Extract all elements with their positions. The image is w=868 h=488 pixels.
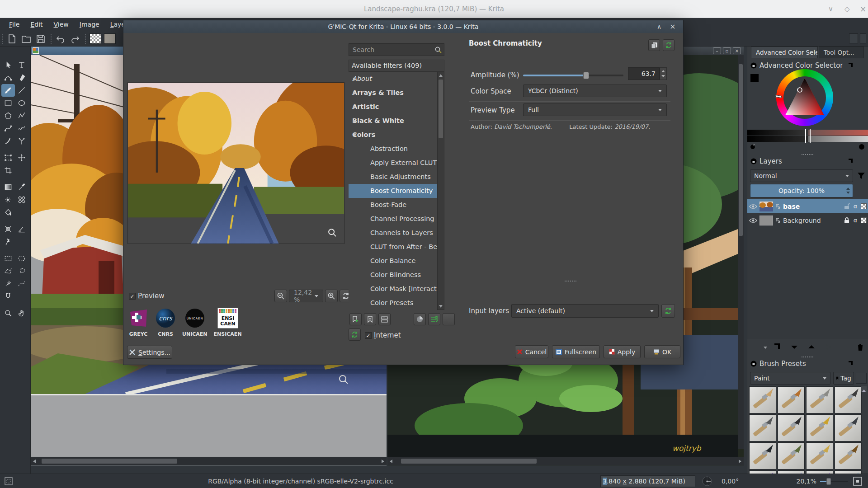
scroll-left-icon[interactable] (390, 460, 392, 463)
unlock-icon[interactable] (844, 203, 850, 210)
gmic-close-icon[interactable]: × (668, 20, 678, 33)
tool-move[interactable] (15, 151, 28, 164)
fit-view-icon[interactable] (853, 476, 863, 486)
expand-list-button[interactable] (428, 313, 440, 325)
shade-bar-left-top[interactable] (747, 130, 808, 136)
refresh-layers-button[interactable] (661, 304, 675, 318)
scrollbar-thumb[interactable] (439, 80, 443, 138)
filter-item-artistic[interactable]: ▶Artistic (349, 100, 437, 114)
tool-colorize-mask[interactable] (1, 193, 15, 206)
tool-select[interactable] (1, 59, 15, 71)
selector-settings-icon[interactable] (750, 74, 759, 83)
brush-category-dropdown[interactable]: Paint (750, 372, 830, 385)
scroll-right-icon[interactable] (382, 460, 384, 463)
move-layer-down-icon[interactable] (789, 342, 800, 352)
brush-preset[interactable] (778, 442, 805, 469)
refresh-shades-icon[interactable] (749, 143, 756, 150)
pane-splitter-handle[interactable] (565, 281, 576, 282)
filter-item-apply-external-clut[interactable]: Apply External CLUT (349, 156, 437, 170)
tool-ellipse[interactable] (15, 97, 28, 109)
scrollbar-thumb[interactable] (42, 459, 177, 464)
layer-options-icon[interactable] (856, 186, 867, 197)
close-docker-icon[interactable] (858, 62, 864, 69)
shade-bar-left-bottom[interactable] (747, 136, 808, 142)
brush-preset[interactable] (749, 386, 776, 413)
inputlayers-dropdown[interactable]: Active (default) (511, 304, 659, 318)
canvas-rotation-dial-icon[interactable] (702, 476, 712, 487)
opacity-slider[interactable]: Opacity: 100% (750, 184, 853, 197)
brush-preset[interactable] (806, 386, 833, 413)
add-bookmark-button[interactable] (364, 313, 376, 325)
brush-preset[interactable] (806, 442, 833, 469)
tool-bezier-select[interactable] (15, 277, 28, 290)
tool-rect-select[interactable] (1, 252, 15, 265)
filter-search-input[interactable] (349, 43, 444, 56)
filter-item-boost-chromaticity[interactable]: Boost Chromaticity (349, 184, 437, 198)
brush-preset[interactable] (749, 414, 776, 441)
tool-transform[interactable] (1, 151, 15, 164)
filter-item-color-mask-interactive-[interactable]: Color Mask [Interactive] (349, 282, 437, 296)
subwindow-close-icon[interactable]: × (733, 47, 741, 54)
tool-dynamic-brush[interactable] (1, 135, 15, 147)
gmic-dialog-titlebar[interactable]: G'MIC-Qt for Krita - Linux 64 bits - 3.0… (123, 20, 683, 33)
tool-measure[interactable] (15, 223, 28, 235)
filter-tree-scrollbar[interactable] (437, 72, 444, 310)
inherit-alpha-icon[interactable] (861, 217, 867, 223)
sv-triangle[interactable] (783, 76, 827, 118)
filter-item-boost-fade[interactable]: Boost-Fade (349, 198, 437, 212)
spin-up-icon[interactable] (846, 188, 850, 190)
undo-icon[interactable] (55, 33, 66, 44)
no-color-icon[interactable] (858, 143, 865, 150)
scroll-right-icon[interactable] (739, 460, 741, 463)
tool-text[interactable] (15, 59, 28, 71)
subwindow-restore-icon[interactable]: ▫ (723, 47, 731, 54)
chevron-right-icon[interactable]: ▶ (353, 72, 357, 86)
tool-rectangle[interactable] (1, 97, 15, 109)
tab-advanced-color-selector[interactable]: Advanced Color Sele... (751, 47, 818, 58)
toolbar-grip[interactable] (2, 34, 3, 44)
docker-splitter-handle[interactable] (802, 154, 813, 155)
add-layer-menu-icon[interactable] (764, 347, 767, 349)
tool-polygon[interactable] (1, 109, 15, 122)
rename-fave-button[interactable] (378, 313, 391, 325)
tool-freehand-path[interactable] (15, 122, 28, 135)
cancel-button[interactable]: Cancel (515, 345, 548, 358)
tool-line[interactable] (15, 84, 28, 97)
layer-row-background[interactable]: Background α (747, 213, 868, 227)
shade-bar-right-top[interactable] (808, 130, 868, 136)
tool-bezier[interactable] (1, 122, 15, 135)
menu-image[interactable]: Image (75, 19, 104, 29)
close-docker-icon[interactable] (858, 361, 864, 367)
tool-fill[interactable] (1, 206, 15, 219)
menu-file[interactable]: File (5, 19, 24, 29)
brush-list-menu-icon[interactable] (856, 373, 867, 384)
brush-preset[interactable] (778, 414, 805, 441)
preview-zoom-in-button[interactable] (325, 290, 338, 302)
filter-item-clut-from-after-before[interactable]: CLUT from After - Before (349, 240, 437, 254)
lock-icon[interactable] (844, 217, 850, 224)
close-icon[interactable]: × (860, 0, 866, 18)
selection-indicator-icon[interactable] (5, 477, 13, 485)
float-docker-icon[interactable] (847, 158, 853, 164)
filter-item-about[interactable]: ▶About (349, 72, 437, 86)
layer-row-base[interactable]: base α (747, 199, 868, 213)
chevron-right-icon[interactable]: ▶ (353, 114, 357, 128)
open-document-icon[interactable] (21, 33, 32, 44)
layer-visible-icon[interactable] (749, 217, 757, 224)
gradient-swatch[interactable] (104, 33, 116, 44)
add-layer-icon[interactable] (751, 342, 762, 352)
brush-preset[interactable] (835, 414, 862, 441)
duplicate-layer-icon[interactable] (771, 342, 782, 352)
maximize-icon[interactable]: ◇ (844, 0, 850, 18)
shade-bar-right-bottom[interactable] (808, 136, 868, 142)
subwindow-minimize-icon[interactable]: – (713, 47, 721, 54)
layer-filter-funnel-icon[interactable] (856, 170, 867, 181)
right-canvas-vscrollbar[interactable] (738, 55, 744, 449)
menu-view[interactable]: View (49, 19, 73, 29)
brush-preset[interactable] (835, 386, 862, 413)
tool-magnetic-select[interactable] (1, 290, 15, 303)
filter-item-color-blindness[interactable]: Color Blindness (349, 268, 437, 282)
tool-shape-edit[interactable] (1, 71, 15, 84)
reset-parameters-button[interactable] (663, 39, 675, 51)
gmic-shade-icon[interactable]: ∧ (654, 20, 664, 33)
